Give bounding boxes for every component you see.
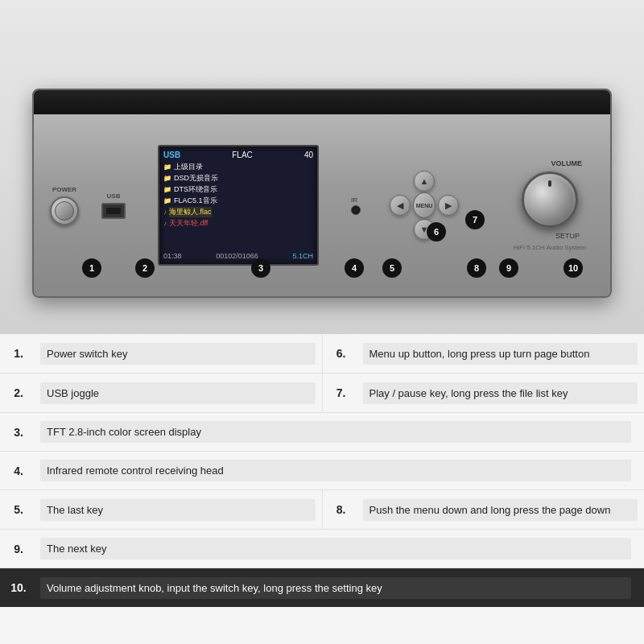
nav-cell-empty-2 [437, 170, 460, 192]
volume-knob[interactable] [522, 171, 578, 228]
nav-up-button[interactable]: ▲ [414, 171, 435, 192]
annotation-col-1: 1. Power switch key [0, 334, 323, 373]
annotation-num-6: 6. [323, 347, 363, 360]
annotation-row-10: 10. Volume adjustment knob, input the sw… [0, 568, 644, 607]
screen-header: USB FLAC 40 [163, 151, 313, 159]
screen-track: 00102/01066 [216, 252, 258, 260]
annotation-num-2: 2. [0, 386, 40, 399]
badge-4: 4 [345, 258, 364, 278]
annotations-section: 1. Power switch key 6. Menu up button, l… [0, 334, 644, 644]
screen-file-5: ♪ 海里鲸人.flac [163, 207, 313, 217]
power-label: POWER [52, 186, 76, 193]
annotation-text-7: Play / pause key, long press the file li… [363, 382, 638, 404]
file-name-4: FLAC5.1音乐 [174, 196, 217, 206]
power-section: POWER [50, 186, 79, 225]
annotation-num-9: 9. [0, 543, 40, 555]
usb-label: USB [107, 192, 121, 200]
nav-left-button[interactable]: ◀ [390, 195, 411, 216]
annotation-text-2: USB joggle [40, 382, 316, 404]
annotation-text-3: TFT 2.8-inch color screen display [40, 421, 631, 443]
power-button-inner [55, 201, 74, 221]
annotation-text-1: Power switch key [40, 343, 316, 365]
nav-cluster: ▲ ◀ MENU ▶ [389, 170, 460, 241]
annotation-text-6: Menu up button, long press up turn page … [363, 343, 638, 365]
nav-cell-empty-3 [389, 218, 411, 241]
usb-section: USB [101, 192, 126, 219]
power-button[interactable] [50, 196, 79, 225]
badge-9: 9 [499, 258, 518, 278]
tft-screen: USB FLAC 40 📁 上级目录 📁 DSD无损音乐 [158, 145, 319, 266]
device-top-strip [34, 90, 610, 114]
annotation-row-2-7: 2. USB joggle 7. Play / pause key, long … [0, 374, 644, 413]
screen-format: FLAC [232, 151, 253, 159]
folder-icon-2: 📁 [163, 175, 171, 182]
badge-8: 8 [467, 258, 486, 278]
annotation-col-5: 5. The last key [0, 490, 323, 529]
screen-file-3: 📁 DTS环绕音乐 [163, 184, 313, 195]
nav-cluster-section: ▲ ◀ MENU ▶ [389, 170, 460, 241]
device-section: POWER USB USB FLAC 40 [0, 0, 644, 338]
annotation-row-1-6: 1. Power switch key 6. Menu up button, l… [0, 334, 644, 374]
nav-cell-right[interactable]: ▶ [437, 194, 460, 217]
annotation-num-3: 3. [0, 426, 40, 439]
badge-6: 6 [427, 222, 446, 242]
screen-bitrate: 40 [304, 151, 313, 159]
usb-port[interactable] [101, 203, 126, 219]
music-icon-6: ♪ [163, 220, 167, 227]
annotation-row-5-8: 5. The last key 8. Push the menu down an… [0, 490, 644, 530]
badge-2: 2 [135, 258, 155, 278]
device-face: POWER USB USB FLAC 40 [34, 114, 610, 296]
screen-file-2: 📁 DSD无损音乐 [163, 173, 313, 184]
annotation-col-6: 6. Menu up button, long press up turn pa… [323, 334, 645, 373]
device-body: POWER USB USB FLAC 40 [32, 89, 612, 298]
nav-cell-up[interactable]: ▲ [413, 170, 436, 192]
badge-5: 5 [382, 258, 402, 278]
annotation-row-9: 9. The next key [0, 530, 644, 568]
file-name-6: 天天年轻.dff [169, 218, 208, 229]
annotation-col-2: 2. USB joggle [0, 374, 323, 412]
file-name-5: 海里鲸人.flac [169, 207, 212, 217]
annotation-num-10: 10. [0, 581, 40, 594]
screen-footer: 01:38 00102/01066 5.1CH [163, 252, 313, 260]
screen-mode: USB [163, 151, 180, 159]
nav-right-button[interactable]: ▶ [438, 195, 459, 216]
file-name-1: 上级目录 [174, 162, 203, 172]
ir-receiver [351, 205, 361, 215]
device-wrapper: POWER USB USB FLAC 40 [32, 48, 612, 290]
setup-label: SETUP [555, 232, 580, 240]
ir-nav-section: IR [351, 196, 361, 215]
nav-cell-left[interactable]: ◀ [389, 194, 411, 217]
badge-10: 10 [564, 258, 583, 278]
file-name-2: DSD无损音乐 [174, 173, 218, 184]
nav-cell-empty-1 [389, 170, 411, 192]
annotation-num-7: 7. [323, 386, 363, 399]
annotation-num-4: 4. [0, 464, 40, 477]
annotation-num-5: 5. [0, 503, 40, 516]
screen-file-list: 📁 上级目录 📁 DSD无损音乐 📁 DTS环绕音乐 [163, 162, 313, 229]
annotation-text-4: Infrared remote control receiving head [40, 460, 631, 481]
annotation-col-8: 8. Push the menu down and long press the… [323, 490, 645, 529]
folder-icon-1: 📁 [163, 163, 171, 171]
folder-icon-4: 📁 [163, 197, 171, 204]
screen-file-6: ♪ 天天年轻.dff [163, 218, 313, 229]
annotation-num-8: 8. [323, 503, 363, 516]
screen-file-1: 📁 上级目录 [163, 162, 313, 172]
screen-section: USB FLAC 40 📁 上级目录 📁 DSD无损音乐 [158, 145, 319, 266]
badge-1: 1 [82, 258, 101, 278]
annotation-text-5: The last key [40, 499, 316, 521]
screen-channel: 5.1CH [292, 252, 313, 260]
volume-label: VOLUME [551, 159, 582, 167]
annotation-text-9: The next key [40, 538, 631, 559]
screen-time: 01:38 [163, 252, 182, 260]
annotation-col-7: 7. Play / pause key, long press the file… [323, 374, 645, 412]
hifi-label: HiFi 5.1CH Audio System [514, 244, 586, 251]
volume-section: VOLUME SETUP HiFi 5.1CH Audio System [514, 159, 586, 251]
badge-3: 3 [251, 258, 270, 278]
nav-cell-menu[interactable]: MENU [413, 194, 436, 217]
music-icon-5: ♪ [163, 208, 167, 216]
badge-7: 7 [465, 210, 485, 229]
menu-button[interactable]: MENU [413, 192, 436, 218]
annotation-num-1: 1. [0, 347, 40, 360]
annotation-row-4: 4. Infrared remote control receiving hea… [0, 452, 644, 490]
annotation-row-3: 3. TFT 2.8-inch color screen display [0, 413, 644, 452]
